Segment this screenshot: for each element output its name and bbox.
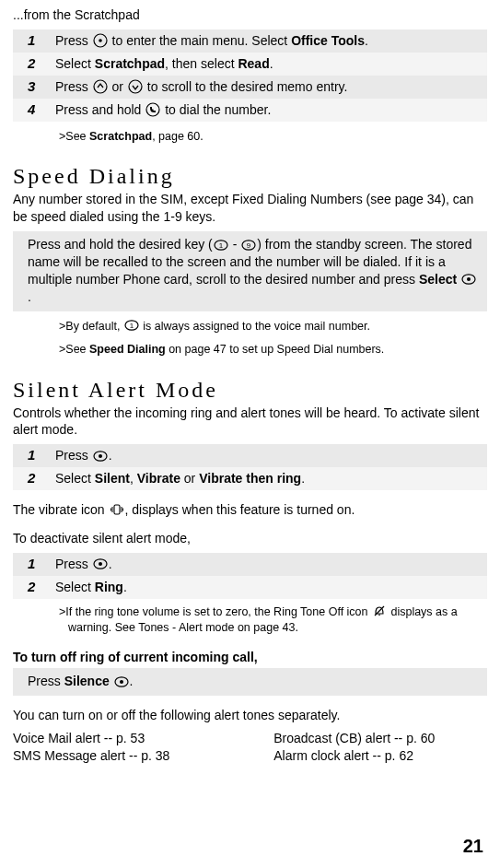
call-icon	[145, 102, 160, 117]
step-number: 2	[13, 576, 55, 599]
step-number: 4	[13, 99, 55, 122]
speed-note-default: >By default, is always assigned to the v…	[13, 319, 487, 334]
softkey-icon	[114, 674, 129, 689]
heading-silent-alert: Silent Alert Mode	[13, 378, 487, 403]
step-number: 1	[13, 553, 55, 576]
step-text: Press or to scroll to the desired memo e…	[55, 76, 487, 99]
silent-off-steps: 1 Press . 2 Select Ring.	[13, 553, 487, 599]
alert-ref: Broadcast (CB) alert -- p. 60	[273, 730, 487, 747]
silent-alert-intro: Controls whether the incoming ring and a…	[13, 405, 487, 440]
step-text: Select Scratchpad, then select Read.	[55, 53, 487, 76]
step-text: Press and hold to dial the number.	[55, 99, 487, 122]
key-1-icon	[214, 238, 228, 252]
alert-ref: Voice Mail alert -- p. 53	[13, 730, 273, 747]
silence-box: Press Silence .	[13, 668, 487, 696]
softkey-icon	[93, 449, 108, 463]
step-text: Press to enter the main menu. Select Off…	[55, 29, 487, 53]
alert-ref: Alarm clock alert -- p. 62	[273, 747, 487, 765]
step-number: 2	[13, 53, 55, 76]
alert-tone-columns: Voice Mail alert -- p. 53 SMS Message al…	[13, 730, 487, 765]
step-text: Press .	[55, 553, 487, 576]
speed-dialing-intro: Any number stored in the SIM, except Fix…	[13, 191, 487, 226]
scratchpad-steps: 1 Press to enter the main menu. Select O…	[13, 29, 487, 122]
step-text: Select Ring.	[55, 576, 487, 599]
scroll-down-icon	[128, 79, 143, 94]
key-9-icon	[241, 238, 256, 252]
step-number: 1	[13, 444, 55, 467]
turn-off-ring-heading: To turn off ring of current incoming cal…	[13, 650, 487, 664]
softkey-icon	[93, 557, 108, 571]
step-number: 3	[13, 76, 55, 99]
alert-ref: SMS Message alert -- p. 38	[13, 747, 273, 765]
softkey-icon	[461, 272, 476, 287]
ring-tone-off-note: >If the ring tone volume is set to zero,…	[13, 604, 487, 636]
silent-on-steps: 1 Press . 2 Select Silent, Vibrate or Vi…	[13, 444, 487, 490]
step-text: Press .	[55, 444, 487, 467]
speed-dialing-box: Press and hold the desired key ( - ) fro…	[13, 231, 487, 311]
section-intro: ...from the Scratchpad	[13, 7, 487, 22]
key-1-icon	[124, 318, 139, 333]
vibrate-icon	[110, 502, 124, 517]
scroll-up-icon	[93, 79, 108, 94]
step-number: 1	[13, 29, 55, 53]
speed-note-setup: >See Speed Dialing on page 47 to set up …	[13, 342, 487, 358]
deactivate-intro: To deactivate silent alert mode,	[13, 530, 487, 547]
nav-icon	[93, 33, 108, 48]
scratchpad-note: >See Scratchpad, page 60.	[13, 129, 487, 145]
bell-off-icon	[372, 604, 387, 618]
separate-alerts-intro: You can turn on or off the following ale…	[13, 707, 487, 724]
step-text: Select Silent, Vibrate or Vibrate then r…	[55, 467, 487, 490]
step-number: 2	[13, 467, 55, 490]
heading-speed-dialing: Speed Dialing	[13, 164, 487, 189]
vibrate-icon-note: The vibrate icon , displays when this fe…	[13, 501, 487, 519]
page-number: 21	[463, 836, 483, 857]
